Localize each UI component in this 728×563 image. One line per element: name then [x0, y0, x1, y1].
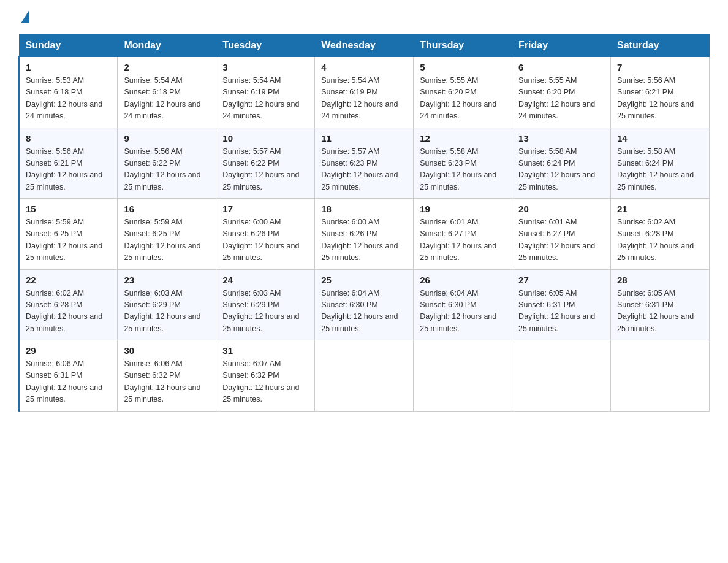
calendar-cell: 21 Sunrise: 6:02 AM Sunset: 6:28 PM Dayl…	[611, 199, 710, 270]
day-number: 7	[617, 62, 703, 72]
day-number: 17	[222, 204, 308, 214]
calendar-cell: 24 Sunrise: 6:03 AM Sunset: 6:29 PM Dayl…	[216, 269, 315, 340]
calendar-cell: 6 Sunrise: 5:55 AM Sunset: 6:20 PM Dayli…	[512, 56, 611, 128]
calendar-cell	[414, 340, 512, 412]
day-info: Sunrise: 5:53 AM Sunset: 6:18 PM Dayligh…	[26, 75, 111, 123]
calendar-cell: 30 Sunrise: 6:06 AM Sunset: 6:32 PM Dayl…	[118, 340, 216, 412]
day-info: Sunrise: 5:55 AM Sunset: 6:20 PM Dayligh…	[518, 75, 604, 123]
day-number: 20	[518, 204, 604, 214]
day-info: Sunrise: 5:54 AM Sunset: 6:19 PM Dayligh…	[222, 75, 308, 123]
day-info: Sunrise: 5:59 AM Sunset: 6:25 PM Dayligh…	[124, 216, 210, 264]
day-info: Sunrise: 6:01 AM Sunset: 6:27 PM Dayligh…	[518, 216, 604, 264]
day-info: Sunrise: 6:03 AM Sunset: 6:29 PM Dayligh…	[124, 288, 210, 335]
header-cell-monday: Monday	[118, 35, 216, 57]
day-info: Sunrise: 6:05 AM Sunset: 6:31 PM Dayligh…	[617, 288, 703, 335]
day-number: 21	[617, 204, 703, 214]
day-number: 26	[420, 275, 506, 285]
day-number: 1	[26, 62, 111, 72]
day-number: 11	[321, 133, 407, 144]
day-number: 6	[518, 62, 604, 72]
day-info: Sunrise: 6:03 AM Sunset: 6:29 PM Dayligh…	[222, 288, 308, 335]
calendar-cell: 22 Sunrise: 6:02 AM Sunset: 6:28 PM Dayl…	[19, 269, 118, 340]
logo-triangle-icon	[21, 10, 29, 23]
calendar-cell: 12 Sunrise: 5:58 AM Sunset: 6:23 PM Dayl…	[414, 128, 512, 199]
day-info: Sunrise: 5:56 AM Sunset: 6:21 PM Dayligh…	[26, 146, 111, 194]
day-info: Sunrise: 6:06 AM Sunset: 6:31 PM Dayligh…	[26, 358, 111, 406]
calendar-cell: 18 Sunrise: 6:00 AM Sunset: 6:26 PM Dayl…	[315, 199, 414, 270]
calendar-week-row: 8 Sunrise: 5:56 AM Sunset: 6:21 PM Dayli…	[19, 128, 710, 199]
day-number: 10	[222, 133, 308, 144]
day-number: 29	[26, 345, 111, 356]
logo	[18, 12, 29, 23]
day-info: Sunrise: 6:06 AM Sunset: 6:32 PM Dayligh…	[124, 358, 210, 406]
day-number: 25	[321, 275, 407, 285]
day-info: Sunrise: 6:00 AM Sunset: 6:26 PM Dayligh…	[321, 216, 407, 264]
header-cell-tuesday: Tuesday	[216, 35, 315, 57]
day-number: 3	[222, 62, 308, 72]
calendar-week-row: 1 Sunrise: 5:53 AM Sunset: 6:18 PM Dayli…	[19, 56, 710, 128]
day-number: 13	[518, 133, 604, 144]
day-number: 27	[518, 275, 604, 285]
calendar-cell: 19 Sunrise: 6:01 AM Sunset: 6:27 PM Dayl…	[414, 199, 512, 270]
header-cell-sunday: Sunday	[19, 35, 118, 57]
calendar-cell: 5 Sunrise: 5:55 AM Sunset: 6:20 PM Dayli…	[414, 56, 512, 128]
calendar-cell: 28 Sunrise: 6:05 AM Sunset: 6:31 PM Dayl…	[611, 269, 710, 340]
day-number: 5	[420, 62, 506, 72]
calendar-cell: 17 Sunrise: 6:00 AM Sunset: 6:26 PM Dayl…	[216, 199, 315, 270]
calendar-cell	[315, 340, 414, 412]
day-number: 19	[420, 204, 506, 214]
header-cell-thursday: Thursday	[414, 35, 512, 57]
calendar-cell: 4 Sunrise: 5:54 AM Sunset: 6:19 PM Dayli…	[315, 56, 414, 128]
day-number: 24	[222, 275, 308, 285]
calendar-cell: 26 Sunrise: 6:04 AM Sunset: 6:30 PM Dayl…	[414, 269, 512, 340]
calendar-cell: 23 Sunrise: 6:03 AM Sunset: 6:29 PM Dayl…	[118, 269, 216, 340]
calendar-week-row: 22 Sunrise: 6:02 AM Sunset: 6:28 PM Dayl…	[19, 269, 710, 340]
day-number: 12	[420, 133, 506, 144]
calendar-cell: 1 Sunrise: 5:53 AM Sunset: 6:18 PM Dayli…	[19, 56, 118, 128]
day-number: 23	[124, 275, 210, 285]
calendar-cell	[611, 340, 710, 412]
page-header	[18, 12, 710, 23]
day-info: Sunrise: 6:02 AM Sunset: 6:28 PM Dayligh…	[617, 216, 703, 264]
header-cell-friday: Friday	[512, 35, 611, 57]
calendar-cell: 11 Sunrise: 5:57 AM Sunset: 6:23 PM Dayl…	[315, 128, 414, 199]
calendar-week-row: 15 Sunrise: 5:59 AM Sunset: 6:25 PM Dayl…	[19, 199, 710, 270]
day-info: Sunrise: 5:55 AM Sunset: 6:20 PM Dayligh…	[420, 75, 506, 123]
calendar-cell: 15 Sunrise: 5:59 AM Sunset: 6:25 PM Dayl…	[19, 199, 118, 270]
day-number: 9	[124, 133, 210, 144]
day-number: 30	[124, 345, 210, 356]
calendar-header: SundayMondayTuesdayWednesdayThursdayFrid…	[19, 35, 710, 57]
calendar-cell: 16 Sunrise: 5:59 AM Sunset: 6:25 PM Dayl…	[118, 199, 216, 270]
calendar-cell: 31 Sunrise: 6:07 AM Sunset: 6:32 PM Dayl…	[216, 340, 315, 412]
calendar-cell: 9 Sunrise: 5:56 AM Sunset: 6:22 PM Dayli…	[118, 128, 216, 199]
calendar-cell: 8 Sunrise: 5:56 AM Sunset: 6:21 PM Dayli…	[19, 128, 118, 199]
day-info: Sunrise: 6:07 AM Sunset: 6:32 PM Dayligh…	[222, 358, 308, 406]
calendar-cell: 13 Sunrise: 5:58 AM Sunset: 6:24 PM Dayl…	[512, 128, 611, 199]
calendar-cell: 29 Sunrise: 6:06 AM Sunset: 6:31 PM Dayl…	[19, 340, 118, 412]
day-info: Sunrise: 5:56 AM Sunset: 6:21 PM Dayligh…	[617, 75, 703, 123]
header-cell-wednesday: Wednesday	[315, 35, 414, 57]
calendar-cell: 20 Sunrise: 6:01 AM Sunset: 6:27 PM Dayl…	[512, 199, 611, 270]
calendar-cell: 27 Sunrise: 6:05 AM Sunset: 6:31 PM Dayl…	[512, 269, 611, 340]
calendar-cell	[512, 340, 611, 412]
calendar-cell: 7 Sunrise: 5:56 AM Sunset: 6:21 PM Dayli…	[611, 56, 710, 128]
day-info: Sunrise: 5:59 AM Sunset: 6:25 PM Dayligh…	[26, 216, 111, 264]
day-info: Sunrise: 5:56 AM Sunset: 6:22 PM Dayligh…	[124, 146, 210, 194]
header-cell-saturday: Saturday	[611, 35, 710, 57]
day-info: Sunrise: 6:00 AM Sunset: 6:26 PM Dayligh…	[222, 216, 308, 264]
day-number: 18	[321, 204, 407, 214]
calendar-table: SundayMondayTuesdayWednesdayThursdayFrid…	[18, 34, 710, 412]
calendar-cell: 10 Sunrise: 5:57 AM Sunset: 6:22 PM Dayl…	[216, 128, 315, 199]
day-info: Sunrise: 5:58 AM Sunset: 6:23 PM Dayligh…	[420, 146, 506, 194]
day-number: 2	[124, 62, 210, 72]
day-info: Sunrise: 6:02 AM Sunset: 6:28 PM Dayligh…	[26, 288, 111, 335]
header-row: SundayMondayTuesdayWednesdayThursdayFrid…	[19, 35, 710, 57]
day-number: 28	[617, 275, 703, 285]
day-number: 4	[321, 62, 407, 72]
day-info: Sunrise: 5:58 AM Sunset: 6:24 PM Dayligh…	[617, 146, 703, 194]
calendar-cell: 3 Sunrise: 5:54 AM Sunset: 6:19 PM Dayli…	[216, 56, 315, 128]
day-number: 8	[26, 133, 111, 144]
day-info: Sunrise: 6:04 AM Sunset: 6:30 PM Dayligh…	[420, 288, 506, 335]
calendar-body: 1 Sunrise: 5:53 AM Sunset: 6:18 PM Dayli…	[19, 56, 710, 411]
day-info: Sunrise: 6:01 AM Sunset: 6:27 PM Dayligh…	[420, 216, 506, 264]
